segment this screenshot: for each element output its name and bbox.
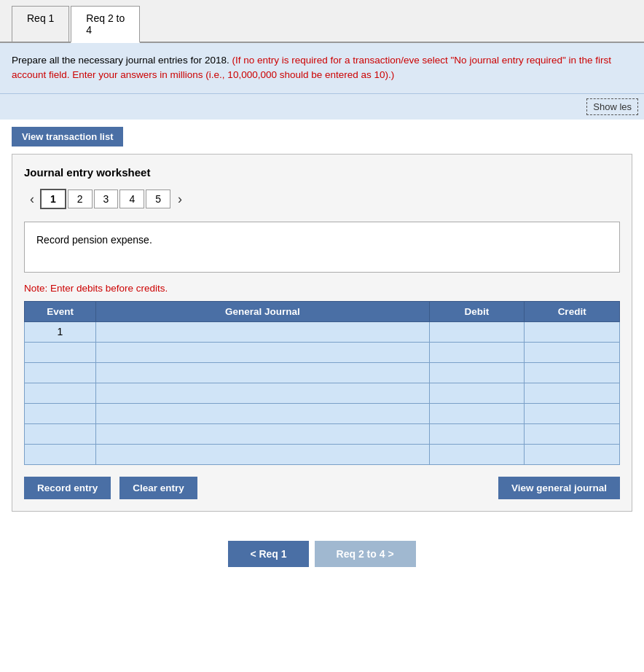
view-transaction-button[interactable]: View transaction list bbox=[12, 127, 123, 146]
general-input-2[interactable] bbox=[101, 347, 425, 358]
credit-input-3[interactable] bbox=[529, 367, 615, 378]
event-cell-5 bbox=[25, 403, 96, 423]
debit-cell-2[interactable] bbox=[429, 342, 525, 362]
instructions-area: Prepare all the necessary journal entrie… bbox=[0, 43, 644, 93]
view-general-journal-button[interactable]: View general journal bbox=[498, 477, 620, 499]
debit-input-2[interactable] bbox=[434, 347, 520, 358]
debit-input-5[interactable] bbox=[434, 408, 520, 419]
general-cell-1[interactable] bbox=[96, 321, 430, 342]
table-row bbox=[25, 362, 620, 383]
table-row bbox=[25, 383, 620, 403]
event-cell-6 bbox=[25, 423, 96, 444]
debit-input-3[interactable] bbox=[434, 367, 520, 378]
bottom-navigation: < Req 1 Req 2 to 4 > bbox=[0, 526, 644, 589]
col-header-debit: Debit bbox=[429, 301, 525, 321]
table-row bbox=[25, 444, 620, 464]
credit-cell-7[interactable] bbox=[525, 444, 620, 464]
general-input-5[interactable] bbox=[101, 408, 425, 419]
page-3-button[interactable]: 3 bbox=[94, 190, 119, 208]
general-cell-7[interactable] bbox=[96, 444, 430, 464]
table-row bbox=[25, 403, 620, 423]
debit-input-4[interactable] bbox=[434, 388, 520, 399]
general-input-3[interactable] bbox=[101, 367, 425, 378]
show-less-button[interactable]: Show les bbox=[586, 98, 638, 115]
pagination: ‹ 1 2 3 4 5 › bbox=[24, 189, 620, 210]
credit-cell-4[interactable] bbox=[525, 383, 620, 403]
debit-cell-5[interactable] bbox=[429, 403, 525, 423]
table-row bbox=[25, 342, 620, 362]
credit-input-1[interactable] bbox=[529, 327, 615, 337]
debit-cell-1[interactable] bbox=[429, 321, 525, 342]
general-cell-5[interactable] bbox=[96, 403, 430, 423]
clear-entry-button[interactable]: Clear entry bbox=[119, 477, 197, 499]
debit-input-7[interactable] bbox=[434, 449, 520, 460]
instructions-main: Prepare all the necessary journal entrie… bbox=[12, 55, 229, 66]
record-entry-button[interactable]: Record entry bbox=[24, 477, 111, 499]
credit-input-5[interactable] bbox=[529, 408, 615, 419]
debit-cell-4[interactable] bbox=[429, 383, 525, 403]
credit-cell-5[interactable] bbox=[525, 403, 620, 423]
prev-page-button[interactable]: ‹ bbox=[24, 189, 40, 210]
general-cell-3[interactable] bbox=[96, 362, 430, 383]
debit-input-1[interactable] bbox=[434, 327, 520, 337]
nav-req2-button[interactable]: Req 2 to 4 > bbox=[315, 541, 416, 567]
general-cell-6[interactable] bbox=[96, 423, 430, 444]
credit-input-7[interactable] bbox=[529, 449, 615, 460]
col-header-general-journal: General Journal bbox=[96, 301, 430, 321]
credit-input-2[interactable] bbox=[529, 347, 615, 358]
col-header-event: Event bbox=[25, 301, 96, 321]
credit-cell-2[interactable] bbox=[525, 342, 620, 362]
tab-req1[interactable]: Req 1 bbox=[12, 6, 69, 42]
col-header-credit: Credit bbox=[525, 301, 620, 321]
credit-input-4[interactable] bbox=[529, 388, 615, 399]
general-cell-4[interactable] bbox=[96, 383, 430, 403]
table-row bbox=[25, 423, 620, 444]
page-2-button[interactable]: 2 bbox=[68, 190, 93, 208]
event-cell-4 bbox=[25, 383, 96, 403]
description-box: Record pension expense. bbox=[24, 222, 620, 273]
debit-cell-6[interactable] bbox=[429, 423, 525, 444]
worksheet-card: Journal entry worksheet ‹ 1 2 3 4 5 › Re… bbox=[12, 154, 632, 512]
nav-req1-button[interactable]: < Req 1 bbox=[228, 541, 308, 567]
debit-cell-7[interactable] bbox=[429, 444, 525, 464]
note-text: Note: Enter debits before credits. bbox=[24, 283, 620, 294]
page-5-button[interactable]: 5 bbox=[146, 190, 170, 208]
credit-cell-3[interactable] bbox=[525, 362, 620, 383]
journal-table: Event General Journal Debit Credit 1 bbox=[24, 301, 620, 465]
top-tabs: Req 1 Req 2 to4 bbox=[0, 0, 644, 43]
action-buttons: Record entry Clear entry View general jo… bbox=[24, 477, 620, 499]
general-input-7[interactable] bbox=[101, 449, 425, 460]
page-1-button[interactable]: 1 bbox=[40, 189, 66, 209]
view-transaction-bar: View transaction list bbox=[0, 120, 644, 154]
credit-cell-1[interactable] bbox=[525, 321, 620, 342]
event-cell-3 bbox=[25, 362, 96, 383]
debit-cell-3[interactable] bbox=[429, 362, 525, 383]
table-row: 1 bbox=[25, 321, 620, 342]
general-input-4[interactable] bbox=[101, 388, 425, 399]
worksheet-title: Journal entry worksheet bbox=[24, 166, 620, 179]
credit-input-6[interactable] bbox=[529, 429, 615, 439]
next-page-button[interactable]: › bbox=[172, 189, 188, 210]
credit-cell-6[interactable] bbox=[525, 423, 620, 444]
event-cell-7 bbox=[25, 444, 96, 464]
tab-req2to4[interactable]: Req 2 to4 bbox=[71, 6, 140, 43]
general-input-6[interactable] bbox=[101, 429, 425, 439]
description-text: Record pension expense. bbox=[36, 234, 152, 246]
event-cell-1: 1 bbox=[25, 321, 96, 342]
general-input-1[interactable] bbox=[101, 327, 425, 337]
debit-input-6[interactable] bbox=[434, 429, 520, 439]
page-4-button[interactable]: 4 bbox=[119, 190, 144, 208]
show-less-bar: Show les bbox=[0, 93, 644, 120]
event-cell-2 bbox=[25, 342, 96, 362]
general-cell-2[interactable] bbox=[96, 342, 430, 362]
